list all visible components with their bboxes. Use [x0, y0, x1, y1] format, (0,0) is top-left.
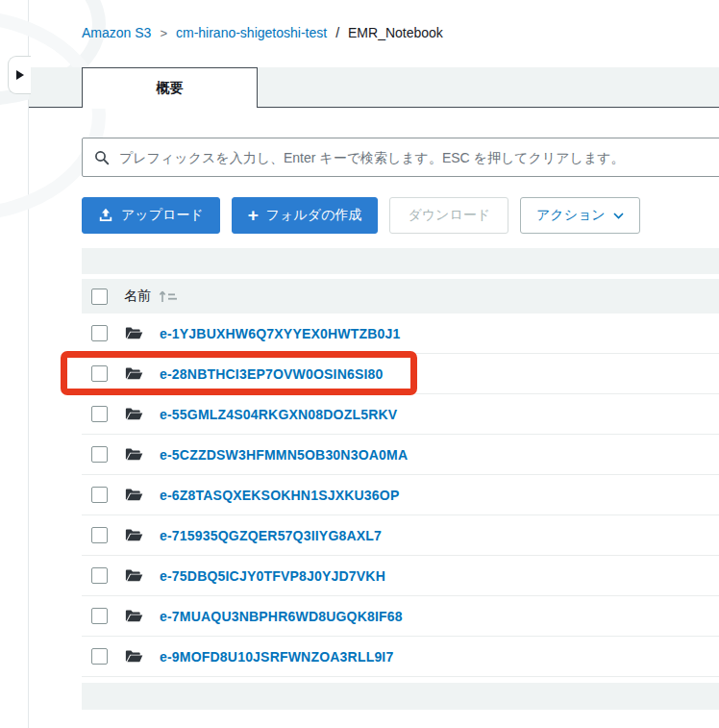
breadcrumb-bucket[interactable]: cm-hirano-shigetoshi-test — [176, 25, 327, 40]
create-folder-button[interactable]: + フォルダの作成 — [232, 197, 379, 234]
table-row[interactable]: e-75DBQ5ICJY0TFVP8J0YJD7VKH — [82, 556, 719, 596]
object-link[interactable]: e-5CZZDSW3HFMMN5OB30N3OA0MA — [160, 447, 408, 463]
breadcrumb-slash: / — [335, 25, 339, 40]
download-button-label: ダウンロード — [408, 207, 490, 224]
create-folder-button-label: フォルダの作成 — [266, 207, 362, 224]
folder-icon — [125, 366, 143, 381]
object-link[interactable]: e-75DBQ5ICJY0TFVP8J0YJD7VKH — [160, 568, 385, 584]
plus-icon: + — [248, 206, 259, 224]
sort-ascending-icon[interactable] — [158, 289, 179, 303]
table-row[interactable]: e-6Z8TASQXEKSOKHN1SJXKU36OP — [82, 475, 719, 515]
row-checkbox[interactable] — [91, 567, 108, 584]
object-link[interactable]: e-1YJBUXHW6Q7XYYEX0HWTZB0J1 — [160, 326, 400, 341]
tab-overview[interactable]: 概要 — [82, 67, 258, 108]
object-link[interactable]: e-9MOFD8U10JSRFWNZOA3RLL9I7 — [160, 649, 393, 665]
object-link[interactable]: e-715935QGZQER57Q3IIYG8AXL7 — [160, 528, 382, 543]
row-checkbox[interactable] — [91, 406, 108, 422]
action-toolbar: アップロード + フォルダの作成 ダウンロード アクション — [82, 197, 640, 234]
upload-button-label: アップロード — [121, 207, 204, 224]
object-link[interactable]: e-6Z8TASQXEKSOKHN1SJXKU36OP — [160, 488, 399, 503]
table-row[interactable]: e-5CZZDSW3HFMMN5OB30N3OA0MA — [82, 435, 719, 475]
actions-dropdown-button[interactable]: アクション — [520, 197, 640, 234]
table-info-bar — [82, 248, 719, 274]
search-icon — [94, 150, 110, 165]
select-all-checkbox[interactable] — [91, 289, 108, 305]
prefix-search-box — [82, 138, 719, 177]
row-checkbox[interactable] — [91, 365, 108, 382]
upload-button[interactable]: アップロード — [82, 197, 220, 234]
panel-expand-handle[interactable] — [8, 56, 31, 94]
row-checkbox[interactable] — [91, 446, 108, 463]
download-button[interactable]: ダウンロード — [389, 197, 508, 234]
folder-icon — [125, 609, 143, 623]
breadcrumb-folder: EMR_Notebook — [348, 25, 443, 40]
row-checkbox[interactable] — [91, 648, 108, 665]
folder-icon — [125, 568, 143, 583]
folder-icon — [125, 447, 143, 462]
search-input[interactable] — [119, 150, 711, 165]
folder-icon — [125, 528, 143, 542]
row-checkbox[interactable] — [91, 608, 108, 624]
table-row[interactable]: e-9MOFD8U10JSRFWNZOA3RLL9I7 — [82, 637, 719, 677]
breadcrumb-chevron: > — [160, 26, 167, 40]
breadcrumb: Amazon S3 > cm-hirano-shigetoshi-test / … — [82, 25, 443, 40]
folder-icon — [125, 649, 143, 664]
folder-icon — [125, 326, 143, 340]
objects-table: 名前 e-1YJBUXHW6Q7XYYEX0HWTZB0J1 — [82, 279, 719, 677]
actions-button-label: アクション — [536, 207, 606, 224]
upload-icon — [98, 208, 113, 223]
collapsed-side-panel — [0, 0, 29, 728]
table-row[interactable]: e-715935QGZQER57Q3IIYG8AXL7 — [82, 515, 719, 556]
row-checkbox[interactable] — [91, 527, 108, 543]
row-checkbox[interactable] — [91, 487, 108, 503]
object-link[interactable]: e-55GMLZ4S04RKGXN08DOZL5RKV — [160, 407, 397, 422]
breadcrumb-amazon-s3[interactable]: Amazon S3 — [82, 25, 151, 40]
table-row[interactable]: e-7MUAQU3NBPHR6WD8UGQK8IF68 — [82, 596, 719, 637]
table-header-row: 名前 — [82, 279, 719, 314]
name-column-header[interactable]: 名前 — [124, 288, 151, 305]
object-link[interactable]: e-7MUAQU3NBPHR6WD8UGQK8IF68 — [160, 609, 403, 624]
tab-bar: 概要 — [29, 67, 719, 108]
folder-icon — [125, 488, 143, 502]
table-footer-bar — [82, 683, 719, 710]
object-link[interactable]: e-28NBTHCI3EP7OVW0OSIN6SI80 — [160, 366, 384, 382]
table-row[interactable]: e-55GMLZ4S04RKGXN08DOZL5RKV — [82, 394, 719, 435]
expand-arrow-icon — [16, 70, 24, 80]
table-row[interactable]: e-1YJBUXHW6Q7XYYEX0HWTZB0J1 — [82, 314, 719, 354]
folder-icon — [125, 407, 143, 421]
table-row[interactable]: e-28NBTHCI3EP7OVW0OSIN6SI80 — [82, 354, 719, 394]
s3-console-page: Amazon S3 > cm-hirano-shigetoshi-test / … — [0, 0, 719, 728]
row-checkbox[interactable] — [91, 325, 108, 341]
chevron-down-icon — [613, 213, 624, 219]
table-body: e-1YJBUXHW6Q7XYYEX0HWTZB0J1 e-28NBTHCI3E… — [82, 314, 719, 677]
